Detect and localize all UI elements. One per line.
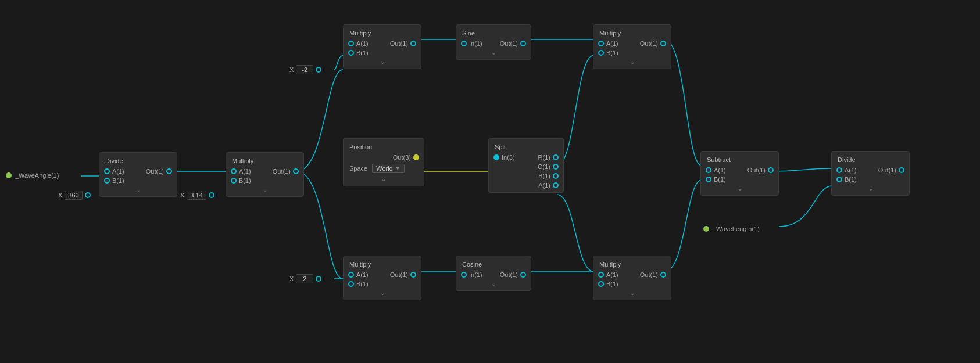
position-expand[interactable]: ⌄	[344, 175, 424, 184]
multiply-bottom-right-expand[interactable]: ⌄	[593, 289, 671, 297]
cosine-in-row: In(1) Out(1)	[456, 270, 531, 279]
multiply-bottom-x-input: X 2	[289, 274, 321, 283]
divide-right-expand[interactable]: ⌄	[832, 184, 909, 193]
position-out-port[interactable]	[413, 154, 419, 160]
wave-length-label: _WaveLength(1)	[713, 225, 760, 232]
multiply1-a-port[interactable]	[231, 168, 237, 174]
divide-right-title: Divide	[832, 155, 909, 166]
multiply-bottom-expand[interactable]: ⌄	[344, 289, 421, 297]
subtract-b-port[interactable]	[706, 177, 711, 182]
sine-out-port[interactable]	[520, 41, 526, 46]
multiply1-node: Multiply A(1) Out(1) B(1) ⌄	[226, 152, 304, 197]
subtract-out-port[interactable]	[768, 167, 774, 173]
multiply-bottom-right-b-port[interactable]	[598, 281, 604, 287]
multiply1-expand[interactable]: ⌄	[226, 185, 303, 194]
wave-length-node: _WaveLength(1)	[703, 225, 760, 232]
divide1-out-port[interactable]	[166, 168, 172, 174]
cosine-expand[interactable]: ⌄	[456, 279, 531, 288]
multiply-bottom-a-row: A(1) Out(1)	[344, 270, 421, 279]
multiply-top-title: Multiply	[344, 28, 421, 39]
cosine-in-port[interactable]	[461, 272, 467, 278]
divide-right-a-port[interactable]	[836, 167, 842, 173]
divide-x-input: X 360	[58, 191, 91, 200]
sine-expand[interactable]: ⌄	[456, 48, 531, 57]
multiply-top-expand[interactable]: ⌄	[344, 57, 421, 66]
cosine-out-port[interactable]	[520, 272, 526, 278]
multiply-top-right-a-row: A(1) Out(1)	[593, 39, 671, 48]
multiply-bottom-b-port[interactable]	[348, 281, 354, 287]
multiply1-b-port2[interactable]	[209, 192, 214, 198]
multiply-top-right-b-row: B(1)	[593, 48, 671, 57]
multiply1-b-port[interactable]	[231, 178, 237, 184]
multiply-top-right-node: Multiply A(1) Out(1) B(1) ⌄	[593, 24, 671, 69]
multiply-bottom-x-value[interactable]: 2	[296, 274, 313, 283]
divide1-b-port[interactable]	[104, 178, 110, 184]
split-b-row: B(1)	[489, 171, 563, 181]
sine-in-port[interactable]	[461, 41, 467, 46]
multiply-top-x-value[interactable]: -2	[296, 65, 313, 74]
split-title: Split	[489, 142, 563, 153]
multiply-top-out-port[interactable]	[410, 41, 416, 46]
split-g-port[interactable]	[553, 164, 559, 170]
multiply-top-a-row: A(1) Out(1)	[344, 39, 421, 48]
divide-right-out-port[interactable]	[899, 167, 904, 173]
multiply-top-b-port[interactable]	[348, 50, 354, 56]
split-r-port[interactable]	[553, 154, 559, 160]
split-node: Split In(3) R(1) G(1) B(1) A(1)	[488, 138, 564, 193]
divide1-a-port[interactable]	[104, 168, 110, 174]
position-space-dropdown[interactable]: World ▼	[372, 164, 404, 173]
wave-length-output-port[interactable]	[703, 226, 709, 232]
multiply-bottom-right-node: Multiply A(1) Out(1) B(1) ⌄	[593, 256, 671, 300]
divide1-expand[interactable]: ⌄	[99, 185, 177, 194]
multiply1-b-row: B(1)	[226, 176, 303, 185]
multiply-top-right-out-port[interactable]	[660, 41, 666, 46]
split-b-port[interactable]	[553, 173, 559, 179]
multiply-bottom-b-row: B(1)	[344, 279, 421, 289]
divide-b-port[interactable]	[85, 192, 91, 198]
subtract-a-row: A(1) Out(1)	[701, 166, 778, 175]
split-a-port[interactable]	[553, 182, 559, 188]
multiply-top-right-b-port[interactable]	[598, 50, 604, 56]
divide-right-node: Divide A(1) Out(1) B(1) ⌄	[831, 151, 910, 196]
divide1-node: Divide A(1) Out(1) B(1) ⌄	[99, 152, 177, 197]
split-in-port[interactable]	[493, 154, 499, 160]
subtract-a-port[interactable]	[706, 167, 711, 173]
position-title: Position	[344, 142, 424, 153]
wave-angle-output-port[interactable]	[6, 172, 12, 178]
multiply-top-right-a-port[interactable]	[598, 41, 604, 46]
multiply-bottom-right-a-row: A(1) Out(1)	[593, 270, 671, 279]
multiply-top-b-port2[interactable]	[316, 67, 321, 73]
multiply-top-node: Multiply A(1) Out(1) B(1) ⌄	[343, 24, 421, 69]
subtract-expand[interactable]: ⌄	[701, 184, 778, 193]
multiply-bottom-b-port2[interactable]	[316, 276, 321, 282]
multiply-top-a-port[interactable]	[348, 41, 354, 46]
divide1-a-row: A(1) Out(1)	[99, 167, 177, 176]
multiply-bottom-right-out-port[interactable]	[660, 272, 666, 278]
subtract-b-row: B(1)	[701, 175, 778, 184]
position-space-row: Space World ▼	[344, 162, 424, 175]
multiply1-out-port[interactable]	[293, 168, 299, 174]
multiply-bottom-title: Multiply	[344, 260, 421, 270]
divide1-b-row: B(1)	[99, 176, 177, 185]
divide-right-a-row: A(1) Out(1)	[832, 166, 909, 175]
divide-x-value[interactable]: 360	[65, 191, 82, 200]
split-g-row: G(1)	[489, 162, 563, 171]
split-in-row: In(3) R(1)	[489, 153, 563, 162]
multiply-bottom-a-port[interactable]	[348, 272, 354, 278]
position-node: Position Out(3) Space World ▼ ⌄	[343, 138, 424, 186]
multiply-top-right-title: Multiply	[593, 28, 671, 39]
multiply-bottom-right-title: Multiply	[593, 260, 671, 270]
divide-right-b-row: B(1)	[832, 175, 909, 184]
multiply-bottom-right-b-row: B(1)	[593, 279, 671, 289]
split-a-row: A(1)	[489, 181, 563, 190]
multiply-bottom-out-port[interactable]	[410, 272, 416, 278]
subtract-title: Subtract	[701, 155, 778, 166]
multiply-bottom-right-a-port[interactable]	[598, 272, 604, 278]
multiply-top-right-expand[interactable]: ⌄	[593, 57, 671, 66]
sine-node: Sine In(1) Out(1) ⌄	[456, 24, 531, 60]
multiply1-x-value[interactable]: 3.14	[187, 191, 206, 200]
wave-angle-node: _WaveAngle(1)	[6, 172, 59, 179]
position-space-value: World	[376, 165, 393, 172]
position-space-label: Space	[349, 165, 367, 172]
divide-right-b-port[interactable]	[836, 177, 842, 182]
